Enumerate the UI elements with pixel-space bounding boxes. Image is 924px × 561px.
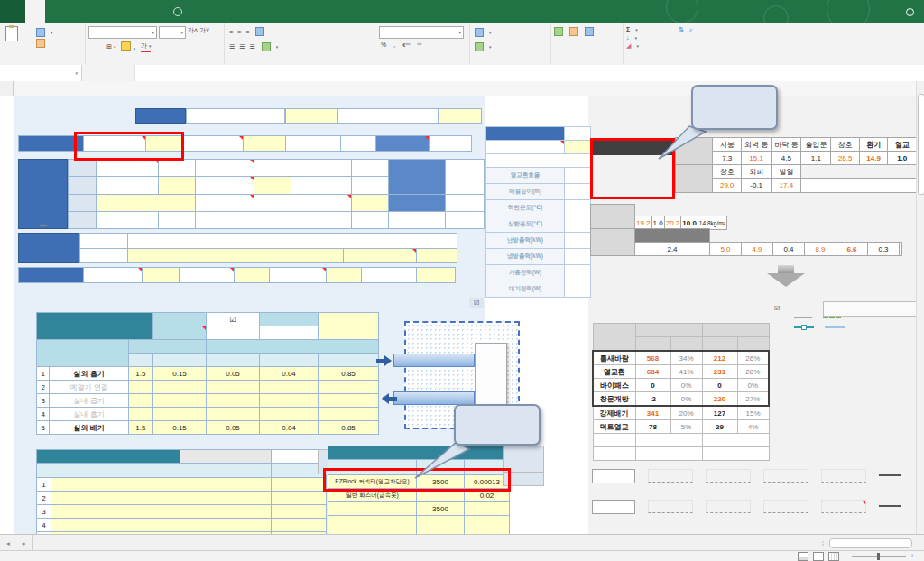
tab-scroll-left-icon[interactable]: ◂ <box>0 535 16 551</box>
tab-scroll-right-icon[interactable]: ▸ <box>16 535 33 551</box>
per-person-supply-input[interactable] <box>254 177 291 194</box>
shrink-font-button[interactable]: 가˅ <box>199 26 209 39</box>
scroll-down-icon[interactable] <box>917 525 924 534</box>
conditional-formatting-button[interactable]: ▾ <box>473 27 494 38</box>
zoom-out-button[interactable]: − <box>844 553 847 559</box>
comma-style-button[interactable]: , <box>393 41 395 48</box>
linear-length-input[interactable] <box>226 492 272 505</box>
number-format-select[interactable]: ▾ <box>379 26 464 39</box>
align-top-icon[interactable]: ≡ <box>229 29 233 35</box>
format-painter-button[interactable] <box>34 38 55 49</box>
format-as-table-button[interactable]: ▾ <box>473 41 494 52</box>
humidity-max-input[interactable] <box>285 108 337 124</box>
horizontal-scroll-thumb[interactable] <box>829 538 912 548</box>
zoom-in-button[interactable]: + <box>910 553 914 559</box>
format-cells-button[interactable] <box>585 27 594 36</box>
preheater-field-value[interactable] <box>565 184 591 200</box>
duct-diameter-input[interactable] <box>153 381 207 394</box>
duct-conductivity-input[interactable] <box>260 408 319 421</box>
duct-emissivity-input[interactable]: 0.85 <box>319 421 379 435</box>
duct-conductivity-input[interactable]: 0.04 <box>260 421 319 435</box>
point-desc-input[interactable]: EZBlock 커넥터(열교차단용) <box>328 475 417 489</box>
point-count-input[interactable]: 3500 <box>417 502 465 516</box>
duct-conductivity-input[interactable] <box>260 381 319 394</box>
point-chi-input[interactable] <box>465 516 510 529</box>
merge-center-button[interactable]: ▾ <box>260 41 281 52</box>
font-color-button[interactable]: 가▾ <box>141 41 152 52</box>
exhaust-hours-input[interactable] <box>235 268 270 283</box>
duct-emissivity-input[interactable]: 0.85 <box>319 367 379 381</box>
increase-decimal-button[interactable]: €⁰⁰ <box>402 41 410 48</box>
align-center-icon[interactable]: ☰ <box>239 43 245 51</box>
tb-additional-input-checkbox[interactable]: ☑ <box>469 298 484 308</box>
point-count-input[interactable] <box>417 489 465 502</box>
linear-desc-input[interactable] <box>51 492 180 505</box>
ribbon-tab-home[interactable] <box>25 0 45 23</box>
detail-button[interactable] <box>40 225 47 226</box>
normal-view-icon[interactable] <box>798 552 808 561</box>
duct-diameter-input[interactable] <box>153 394 207 408</box>
fill-color-button[interactable]: ▾ <box>121 41 135 52</box>
duct-diameter-input[interactable] <box>153 408 207 421</box>
vertical-scroll-thumb[interactable] <box>918 94 924 195</box>
unit-model-input[interactable] <box>97 194 196 211</box>
duct-length-input[interactable] <box>128 394 152 408</box>
align-right-icon[interactable]: ☰ <box>250 43 255 51</box>
preheater-field-value[interactable] <box>565 265 591 281</box>
find-select-button[interactable]: ⌕ <box>689 26 693 33</box>
window-vent-input[interactable] <box>417 248 457 263</box>
preheater-detail-button[interactable] <box>565 127 591 141</box>
clear-button[interactable]: ◢▾ <box>624 41 641 51</box>
grow-font-button[interactable]: 가˄ <box>188 26 198 39</box>
linear-length-input[interactable] <box>226 478 272 492</box>
preheater-model-input[interactable] <box>565 141 591 154</box>
linear-psi-input[interactable] <box>272 478 327 492</box>
point-desc-input[interactable] <box>328 516 417 529</box>
duct-diameter-input[interactable]: 0.15 <box>153 367 207 381</box>
duct-thickness-input[interactable] <box>207 408 260 421</box>
fill-button[interactable]: ↓▾ <box>624 33 641 41</box>
ezblock-callout[interactable] <box>454 404 541 446</box>
insert-cells-button[interactable] <box>554 27 563 36</box>
duct-conductivity-input[interactable]: 0.04 <box>260 367 319 381</box>
name-box[interactable]: ▾ <box>0 65 82 81</box>
percent-style-button[interactable]: % <box>381 41 386 48</box>
ribbon-tab-formulas[interactable] <box>85 0 105 23</box>
select-all-corner[interactable] <box>0 81 14 96</box>
linear-desc-input[interactable] <box>51 519 180 532</box>
preheater-field-value[interactable] <box>565 233 591 249</box>
duct-thickness-input[interactable] <box>207 394 260 408</box>
duct-emissivity-input[interactable] <box>319 394 379 408</box>
kitchen-exhaust-input[interactable] <box>143 268 180 283</box>
duct-emissivity-input[interactable] <box>319 381 379 394</box>
linear-psi-input[interactable] <box>272 519 327 532</box>
linear-psi-input[interactable] <box>272 492 327 505</box>
ribbon-tab-insert[interactable] <box>45 0 65 23</box>
paste-button[interactable] <box>5 26 18 41</box>
operating-flow-input[interactable] <box>352 194 389 211</box>
bath-hours-input[interactable] <box>417 268 456 283</box>
point-count-input[interactable] <box>417 516 465 529</box>
linear-count-input[interactable] <box>180 478 226 492</box>
font-size-select[interactable]: ▾ <box>159 26 186 39</box>
calc-flow-checkbox[interactable]: ☑ <box>774 305 780 312</box>
delete-cells-button[interactable] <box>569 27 578 36</box>
new-sheet-button[interactable] <box>33 535 46 551</box>
decrease-decimal-button[interactable]: ⁰⁰ <box>417 41 421 48</box>
align-bottom-icon[interactable]: ≡ <box>245 29 249 35</box>
energy-callout[interactable] <box>691 85 778 130</box>
point-desc-input[interactable]: 일반 화스너(금속못) <box>328 489 417 502</box>
duct-diameter-input[interactable]: 0.15 <box>153 421 207 435</box>
preheater-field-value[interactable] <box>565 281 591 298</box>
duct-thickness-input[interactable]: 0.05 <box>207 367 260 381</box>
preheater-field-value[interactable] <box>565 200 591 216</box>
sort-filter-button[interactable]: ⇅ <box>679 26 684 33</box>
borders-button[interactable]: ⊞▾ <box>106 43 116 51</box>
point-desc-input[interactable] <box>328 502 417 516</box>
wrap-text-button[interactable] <box>254 26 268 37</box>
copy-button[interactable]: ▾ <box>34 27 55 38</box>
autosum-button[interactable]: Σ▾ <box>624 25 641 33</box>
exposure-input[interactable] <box>244 136 286 152</box>
preheater-field-value[interactable] <box>565 168 591 184</box>
duct-conductivity-input[interactable] <box>260 394 319 408</box>
